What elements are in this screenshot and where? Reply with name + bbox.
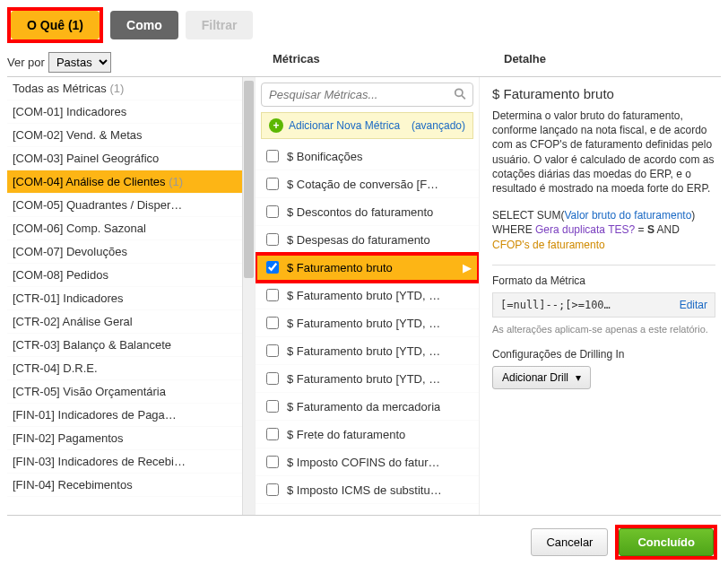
- folder-label: [COM-08] Pedidos: [13, 268, 108, 282]
- metric-row[interactable]: $ Cotação de conversão [F…: [256, 170, 479, 198]
- add-new-metric-label: Adicionar Nova Métrica: [289, 119, 406, 132]
- folder-label: [CTR-02] Análise Geral: [13, 315, 133, 328]
- metric-checkbox[interactable]: [266, 344, 279, 357]
- folder-count: (1): [109, 82, 124, 95]
- metric-row[interactable]: $ Imposto ICMS de substitu…: [256, 476, 479, 504]
- search-icon: [454, 87, 466, 102]
- folder-row[interactable]: [FIN-01] Indicadores de Paga…▶: [7, 404, 255, 427]
- done-button[interactable]: Concluído: [619, 528, 714, 556]
- detail-sql: SELECT SUM(Valor bruto do faturamento) W…: [492, 208, 715, 252]
- tab-how[interactable]: Como: [110, 11, 178, 39]
- folder-label: Todas as Métricas (1): [13, 82, 124, 95]
- metric-row[interactable]: $ Descontos do faturamento: [256, 198, 479, 226]
- col-header-detail: Detalhe: [491, 52, 721, 76]
- folder-row[interactable]: Todas as Métricas (1)▶: [7, 77, 255, 100]
- add-new-metric[interactable]: + Adicionar Nova Métrica (avançado): [261, 112, 473, 139]
- add-advanced-link[interactable]: (avançado): [412, 119, 465, 132]
- cancel-button[interactable]: Cancelar: [531, 528, 608, 556]
- format-box: [=null]--;[>=100… Editar: [492, 292, 715, 318]
- format-edit-link[interactable]: Editar: [680, 299, 707, 311]
- metric-label: $ Descontos do faturamento: [287, 205, 433, 219]
- metric-checkbox[interactable]: [266, 456, 279, 468]
- svg-line-1: [462, 95, 465, 99]
- metric-checkbox[interactable]: [266, 483, 279, 496]
- highlight-done: Concluído: [615, 525, 717, 560]
- folder-label: [FIN-03] Indicadores de Recebi…: [13, 455, 186, 468]
- metric-row[interactable]: $ Imposto COFINS do fatur…: [256, 448, 479, 476]
- folder-label: [COM-07] Devoluções: [13, 245, 127, 258]
- tab-filter[interactable]: Filtrar: [186, 11, 254, 39]
- folder-row[interactable]: [COM-01] Indicadores▶: [7, 100, 255, 124]
- folder-row[interactable]: [COM-04] Análise de Clientes (1)▶: [7, 170, 255, 194]
- folder-row[interactable]: [CTR-05] Visão Orçamentária▶: [7, 380, 255, 404]
- folder-row[interactable]: [COM-08] Pedidos▶: [7, 264, 255, 287]
- folder-row[interactable]: [CTR-02] Análise Geral▶: [7, 310, 255, 334]
- folder-row[interactable]: [CTR-01] Indicadores▶: [7, 287, 255, 310]
- folder-row[interactable]: [COM-07] Devoluções▶: [7, 240, 255, 264]
- metric-label: $ Faturamento bruto [YTD, …: [287, 344, 440, 358]
- metric-label: $ Frete do faturamento: [287, 428, 405, 441]
- folder-row[interactable]: [COM-03] Painel Geográfico▶: [7, 147, 255, 170]
- metric-checkbox[interactable]: [266, 372, 279, 385]
- metric-row[interactable]: $ Frete do faturamento: [256, 421, 479, 448]
- folder-label: [COM-05] Quadrantes / Disper…: [13, 198, 182, 212]
- metric-row[interactable]: $ Despesas do faturamento: [256, 226, 479, 254]
- format-label: Formato da Métrica: [492, 274, 715, 287]
- folder-row[interactable]: [CTR-04] D.R.E.▶: [7, 357, 255, 380]
- folder-label: [FIN-01] Indicadores de Paga…: [13, 408, 177, 422]
- folder-count: (1): [169, 175, 183, 188]
- tab-what[interactable]: O Quê (1): [11, 11, 100, 39]
- format-note: As alterações aplicam-se apenas a este r…: [492, 323, 715, 335]
- metric-checkbox[interactable]: [266, 317, 279, 329]
- metric-row[interactable]: $ Faturamento bruto [YTD, …: [256, 309, 479, 337]
- metric-row[interactable]: $ Faturamento bruto▶: [256, 254, 479, 282]
- metric-checkbox[interactable]: [266, 150, 279, 162]
- metric-label: $ Imposto COFINS do fatur…: [287, 456, 440, 469]
- add-drill-button[interactable]: Adicionar Drill ▾: [492, 366, 591, 389]
- svg-point-0: [455, 89, 463, 96]
- metric-row[interactable]: $ Faturamento da mercadoria: [256, 393, 479, 421]
- search-input[interactable]: [261, 83, 473, 107]
- folder-label: [CTR-05] Visão Orçamentária: [13, 385, 166, 398]
- metric-label: $ Faturamento bruto [YTD, …: [287, 372, 440, 386]
- metric-row[interactable]: $ Faturamento bruto [YTD, …: [256, 282, 479, 309]
- folders-scrollbar[interactable]: [242, 77, 255, 515]
- folder-label: [COM-04] Análise de Clientes (1): [13, 175, 183, 188]
- folder-label: [FIN-02] Pagamentos: [13, 431, 124, 445]
- verpor-select[interactable]: Pastas: [48, 52, 111, 73]
- metric-checkbox[interactable]: [266, 400, 279, 413]
- detail-description: Determina o valor bruto do faturamento, …: [492, 109, 715, 196]
- metric-checkbox[interactable]: [266, 428, 279, 440]
- folders-column: Todas as Métricas (1)▶[COM-01] Indicador…: [7, 77, 255, 515]
- folder-label: [FIN-04] Recebimentos: [13, 478, 133, 492]
- metric-row[interactable]: $ Faturamento bruto [YTD, …: [256, 365, 479, 393]
- folder-row[interactable]: [FIN-02] Pagamentos▶: [7, 427, 255, 450]
- verpor-label: Ver por: [7, 56, 45, 69]
- metric-checkbox[interactable]: [266, 205, 279, 218]
- metric-row[interactable]: $ Faturamento bruto [YTD, …: [256, 337, 479, 365]
- format-value: [=null]--;[>=100…: [500, 299, 611, 311]
- metric-row[interactable]: $ Bonificações: [256, 143, 479, 170]
- folder-row[interactable]: [FIN-03] Indicadores de Recebi…▶: [7, 450, 255, 474]
- metric-checkbox[interactable]: [266, 261, 279, 274]
- folder-label: [COM-01] Indicadores: [13, 105, 126, 118]
- metrics-column: + Adicionar Nova Métrica (avançado) $ Bo…: [255, 77, 479, 515]
- metric-label: $ Imposto ICMS de substitu…: [287, 483, 442, 497]
- metric-label: $ Faturamento bruto [YTD, …: [287, 289, 440, 302]
- folder-row[interactable]: [COM-02] Vend. & Metas▶: [7, 124, 255, 147]
- folder-row[interactable]: [COM-05] Quadrantes / Disper…▶: [7, 194, 255, 217]
- folder-row[interactable]: [COM-06] Comp. Sazonal▶: [7, 217, 255, 240]
- detail-column: $ Faturamento bruto Determina o valor br…: [479, 77, 721, 515]
- metric-checkbox[interactable]: [266, 289, 279, 301]
- metric-checkbox[interactable]: [266, 178, 279, 190]
- col-header-metrics: Métricas: [267, 52, 491, 76]
- folder-label: [CTR-03] Balanço & Balancete: [13, 338, 171, 352]
- folder-row[interactable]: [CTR-03] Balanço & Balancete▶: [7, 334, 255, 357]
- drill-label: Configurações de Drilling In: [492, 348, 715, 361]
- folder-label: [COM-06] Comp. Sazonal: [13, 222, 146, 235]
- detail-title: $ Faturamento bruto: [492, 86, 715, 101]
- metric-checkbox[interactable]: [266, 233, 279, 246]
- metric-label: $ Bonificações: [287, 150, 363, 163]
- folder-row[interactable]: [FIN-04] Recebimentos▶: [7, 474, 255, 497]
- metric-label: $ Despesas do faturamento: [287, 233, 430, 247]
